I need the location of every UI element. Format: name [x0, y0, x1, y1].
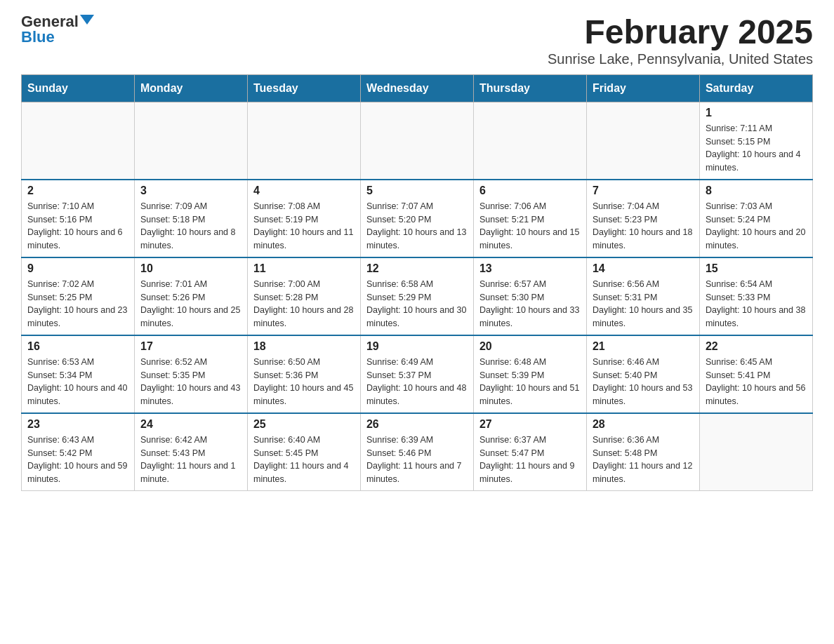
calendar-cell: 10Sunrise: 7:01 AMSunset: 5:26 PMDayligh… — [134, 257, 247, 335]
calendar-cell: 21Sunrise: 6:46 AMSunset: 5:40 PMDayligh… — [586, 335, 699, 413]
calendar-cell: 22Sunrise: 6:45 AMSunset: 5:41 PMDayligh… — [699, 335, 812, 413]
calendar-cell: 1Sunrise: 7:11 AMSunset: 5:15 PMDaylight… — [699, 102, 812, 180]
calendar-cell: 2Sunrise: 7:10 AMSunset: 5:16 PMDaylight… — [22, 180, 135, 257]
calendar-cell: 25Sunrise: 6:40 AMSunset: 5:45 PMDayligh… — [247, 413, 360, 491]
day-info: Sunrise: 6:54 AMSunset: 5:33 PMDaylight:… — [706, 278, 807, 330]
calendar-table: SundayMondayTuesdayWednesdayThursdayFrid… — [21, 74, 813, 491]
day-number: 1 — [706, 107, 807, 119]
calendar-cell: 24Sunrise: 6:42 AMSunset: 5:43 PMDayligh… — [134, 413, 247, 491]
day-number: 10 — [140, 262, 241, 275]
calendar-cell: 18Sunrise: 6:50 AMSunset: 5:36 PMDayligh… — [247, 335, 360, 413]
weekday-header-thursday: Thursday — [473, 74, 586, 102]
day-number: 6 — [479, 185, 581, 197]
day-number: 3 — [140, 185, 241, 197]
day-number: 7 — [593, 185, 694, 197]
day-info: Sunrise: 6:37 AMSunset: 5:47 PMDaylight:… — [479, 434, 581, 486]
day-number: 27 — [479, 418, 581, 431]
logo-general-text: General — [21, 14, 79, 29]
day-number: 16 — [27, 340, 128, 353]
day-number: 25 — [253, 418, 355, 431]
day-info: Sunrise: 6:40 AMSunset: 5:45 PMDaylight:… — [253, 434, 355, 486]
day-number: 15 — [706, 262, 807, 275]
day-number: 13 — [479, 262, 581, 275]
calendar-week-row: 23Sunrise: 6:43 AMSunset: 5:42 PMDayligh… — [22, 413, 813, 491]
day-number: 12 — [366, 262, 468, 275]
logo-blue-text: Blue — [21, 29, 55, 45]
calendar-cell: 19Sunrise: 6:49 AMSunset: 5:37 PMDayligh… — [360, 335, 473, 413]
calendar-week-row: 1Sunrise: 7:11 AMSunset: 5:15 PMDaylight… — [22, 102, 813, 180]
day-info: Sunrise: 6:58 AMSunset: 5:29 PMDaylight:… — [366, 278, 468, 330]
calendar-cell: 14Sunrise: 6:56 AMSunset: 5:31 PMDayligh… — [586, 257, 699, 335]
day-info: Sunrise: 7:07 AMSunset: 5:20 PMDaylight:… — [366, 200, 468, 253]
calendar-cell: 27Sunrise: 6:37 AMSunset: 5:47 PMDayligh… — [473, 413, 586, 491]
calendar-week-row: 16Sunrise: 6:53 AMSunset: 5:34 PMDayligh… — [22, 335, 813, 413]
day-number: 14 — [593, 262, 694, 275]
calendar-cell — [134, 102, 247, 180]
day-number: 26 — [366, 418, 468, 431]
day-info: Sunrise: 6:46 AMSunset: 5:40 PMDaylight:… — [593, 356, 694, 408]
calendar-cell: 12Sunrise: 6:58 AMSunset: 5:29 PMDayligh… — [360, 257, 473, 335]
day-info: Sunrise: 6:45 AMSunset: 5:41 PMDaylight:… — [706, 356, 807, 408]
day-number: 5 — [366, 185, 468, 197]
day-number: 8 — [706, 185, 807, 197]
calendar-cell — [473, 102, 586, 180]
day-info: Sunrise: 7:10 AMSunset: 5:16 PMDaylight:… — [27, 200, 128, 253]
calendar-week-row: 2Sunrise: 7:10 AMSunset: 5:16 PMDaylight… — [22, 180, 813, 257]
day-number: 18 — [253, 340, 355, 353]
calendar-cell: 13Sunrise: 6:57 AMSunset: 5:30 PMDayligh… — [473, 257, 586, 335]
calendar-cell: 23Sunrise: 6:43 AMSunset: 5:42 PMDayligh… — [22, 413, 135, 491]
day-number: 21 — [593, 340, 694, 353]
calendar-header-row: SundayMondayTuesdayWednesdayThursdayFrid… — [22, 74, 813, 102]
day-number: 19 — [366, 340, 468, 353]
day-number: 4 — [253, 185, 355, 197]
day-info: Sunrise: 6:36 AMSunset: 5:48 PMDaylight:… — [593, 434, 694, 486]
title-section: February 2025 Sunrise Lake, Pennsylvania… — [548, 14, 813, 67]
calendar-cell: 5Sunrise: 7:07 AMSunset: 5:20 PMDaylight… — [360, 180, 473, 257]
calendar-cell: 4Sunrise: 7:08 AMSunset: 5:19 PMDaylight… — [247, 180, 360, 257]
day-info: Sunrise: 7:09 AMSunset: 5:18 PMDaylight:… — [140, 200, 241, 253]
day-info: Sunrise: 7:02 AMSunset: 5:25 PMDaylight:… — [27, 278, 128, 330]
day-number: 28 — [593, 418, 694, 431]
day-info: Sunrise: 6:42 AMSunset: 5:43 PMDaylight:… — [140, 434, 241, 486]
calendar-cell: 9Sunrise: 7:02 AMSunset: 5:25 PMDaylight… — [22, 257, 135, 335]
day-info: Sunrise: 7:01 AMSunset: 5:26 PMDaylight:… — [140, 278, 241, 330]
day-info: Sunrise: 7:11 AMSunset: 5:15 PMDaylight:… — [706, 122, 807, 175]
day-info: Sunrise: 6:49 AMSunset: 5:37 PMDaylight:… — [366, 356, 468, 408]
day-info: Sunrise: 6:50 AMSunset: 5:36 PMDaylight:… — [253, 356, 355, 408]
page-header: General Blue February 2025 Sunrise Lake,… — [21, 14, 813, 67]
calendar-cell — [247, 102, 360, 180]
day-info: Sunrise: 7:03 AMSunset: 5:24 PMDaylight:… — [706, 200, 807, 253]
day-number: 11 — [253, 262, 355, 275]
calendar-cell: 11Sunrise: 7:00 AMSunset: 5:28 PMDayligh… — [247, 257, 360, 335]
weekday-header-tuesday: Tuesday — [247, 74, 360, 102]
calendar-cell: 8Sunrise: 7:03 AMSunset: 5:24 PMDaylight… — [699, 180, 812, 257]
weekday-header-sunday: Sunday — [22, 74, 135, 102]
calendar-cell — [360, 102, 473, 180]
calendar-cell: 15Sunrise: 6:54 AMSunset: 5:33 PMDayligh… — [699, 257, 812, 335]
logo-triangle-icon — [80, 15, 94, 25]
day-info: Sunrise: 6:57 AMSunset: 5:30 PMDaylight:… — [479, 278, 581, 330]
calendar-cell: 6Sunrise: 7:06 AMSunset: 5:21 PMDaylight… — [473, 180, 586, 257]
day-info: Sunrise: 6:56 AMSunset: 5:31 PMDaylight:… — [593, 278, 694, 330]
day-number: 9 — [27, 262, 128, 275]
calendar-cell: 26Sunrise: 6:39 AMSunset: 5:46 PMDayligh… — [360, 413, 473, 491]
calendar-cell — [699, 413, 812, 491]
calendar-cell: 20Sunrise: 6:48 AMSunset: 5:39 PMDayligh… — [473, 335, 586, 413]
weekday-header-friday: Friday — [586, 74, 699, 102]
month-title: February 2025 — [548, 14, 813, 51]
weekday-header-saturday: Saturday — [699, 74, 812, 102]
calendar-cell: 17Sunrise: 6:52 AMSunset: 5:35 PMDayligh… — [134, 335, 247, 413]
calendar-week-row: 9Sunrise: 7:02 AMSunset: 5:25 PMDaylight… — [22, 257, 813, 335]
day-info: Sunrise: 6:52 AMSunset: 5:35 PMDaylight:… — [140, 356, 241, 408]
weekday-header-monday: Monday — [134, 74, 247, 102]
day-info: Sunrise: 6:39 AMSunset: 5:46 PMDaylight:… — [366, 434, 468, 486]
day-info: Sunrise: 6:48 AMSunset: 5:39 PMDaylight:… — [479, 356, 581, 408]
day-number: 17 — [140, 340, 241, 353]
day-info: Sunrise: 7:08 AMSunset: 5:19 PMDaylight:… — [253, 200, 355, 253]
day-number: 23 — [27, 418, 128, 431]
logo: General Blue — [21, 14, 94, 45]
calendar-cell: 16Sunrise: 6:53 AMSunset: 5:34 PMDayligh… — [22, 335, 135, 413]
weekday-header-wednesday: Wednesday — [360, 74, 473, 102]
day-number: 20 — [479, 340, 581, 353]
calendar-cell — [586, 102, 699, 180]
